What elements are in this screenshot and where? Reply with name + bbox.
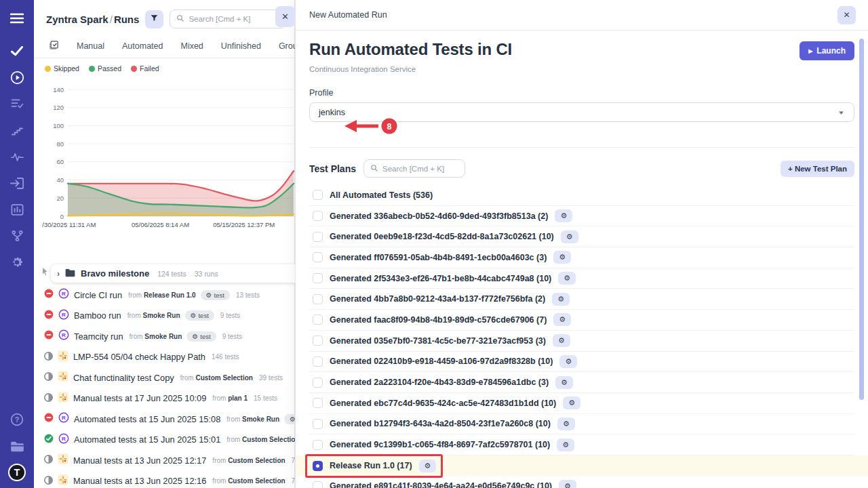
test-plans-search[interactable]	[363, 159, 465, 178]
drawer-close-left-button[interactable]: ✕	[275, 6, 295, 27]
plan-checkbox[interactable]	[313, 314, 323, 325]
runs-search[interactable]	[170, 9, 286, 28]
test-plan-row[interactable]: Generated 336abecb-0b52-4d60-9ded-493f3f…	[309, 206, 854, 227]
group-row-bravo-milestone[interactable]: › Bravo milestone 124 tests 33 runs	[51, 264, 295, 283]
filter-button[interactable]	[145, 10, 163, 28]
drawer-header-title: New Automated Run	[309, 10, 387, 20]
git-branch-icon[interactable]	[8, 227, 26, 245]
plan-checkbox[interactable]	[313, 419, 323, 429]
plan-settings-button[interactable]: ⚙	[552, 293, 570, 306]
plan-checkbox[interactable]	[313, 190, 323, 200]
test-plan-row[interactable]: Generated 0eeb9e18-f23d-4cd5-82dd-8a1a73…	[309, 226, 854, 247]
run-row[interactable]: RAutomated tests at 15 Jun 2025 15:08fro…	[34, 409, 295, 430]
search-icon	[370, 163, 378, 175]
plan-settings-button[interactable]: ⚙	[553, 251, 571, 264]
new-test-plan-button[interactable]: + New Test Plan	[781, 161, 854, 177]
plan-checkbox[interactable]	[313, 336, 323, 346]
drawer-scrollbar[interactable]	[859, 39, 864, 400]
plan-settings-button[interactable]: ⚙	[419, 460, 437, 472]
test-plan-row[interactable]: Generated 035e7bf0-7381-4c5c-be77-321e73…	[309, 331, 854, 352]
play-circle-icon[interactable]	[8, 68, 26, 86]
plan-label: Generated 336abecb-0b52-4d60-9ded-493f3f…	[330, 211, 548, 221]
gear-icon[interactable]	[8, 253, 26, 271]
plan-checkbox[interactable]	[313, 357, 323, 367]
profile-select[interactable]: jenkins ▼	[309, 102, 854, 122]
plan-checkbox[interactable]	[313, 294, 323, 304]
plan-checkbox[interactable]	[313, 232, 323, 242]
test-plan-row[interactable]: Generated b12794f3-643a-4a2d-8504-23f1e7…	[309, 414, 854, 435]
run-row[interactable]: Manual tests at 13 Jun 2025 12:17from Cu…	[34, 450, 295, 471]
runs-search-input[interactable]	[189, 15, 279, 23]
plan-settings-button[interactable]: ⚙	[555, 209, 572, 222]
activity-icon[interactable]	[8, 148, 26, 165]
test-plan-row[interactable]: Generated 4bb7a8b0-9212-43a4-b137-f772fe…	[309, 289, 854, 310]
run-row[interactable]: RTeamcity runfrom Smoke Run⚙test9 tests	[34, 326, 295, 347]
plan-checkbox-checked[interactable]	[313, 461, 323, 471]
checked-box-icon[interactable]	[49, 40, 59, 58]
tab-automated[interactable]: Automated	[122, 41, 163, 58]
run-row[interactable]: Manual tests at 17 Jun 2025 10:09from pl…	[34, 388, 295, 409]
test-config-badge[interactable]: ⚙test	[186, 331, 216, 342]
plan-checkbox[interactable]	[313, 398, 323, 408]
plan-settings-button[interactable]: ⚙	[555, 376, 573, 389]
launch-button[interactable]: ▶ Launch	[800, 41, 854, 60]
run-tabs: ManualAutomatedMixedUnfinishedGroups	[34, 34, 294, 58]
steps-icon[interactable]	[8, 121, 26, 139]
test-plan-row[interactable]: Generated ff076591-05ab-4b4b-8491-1ecb00…	[309, 247, 854, 268]
run-row[interactable]: Manual tests at 13 Jun 2025 12:16from Cu…	[34, 471, 295, 488]
tab-unfinished[interactable]: Unfinished	[221, 41, 261, 58]
run-row[interactable]: LMP-554 05/04 check Happy Path146 tests	[34, 347, 295, 368]
bar-chart-icon[interactable]	[8, 201, 26, 218]
test-plans-search-input[interactable]	[382, 165, 458, 173]
close-icon: ✕	[281, 12, 289, 22]
plan-checkbox[interactable]	[313, 481, 323, 488]
test-plan-row[interactable]: All Automated Tests (536)	[309, 185, 854, 206]
menu-icon[interactable]	[8, 9, 26, 27]
plan-checkbox[interactable]	[313, 440, 323, 450]
plan-settings-button[interactable]: ⚙	[559, 480, 576, 488]
plan-settings-button[interactable]: ⚙	[563, 396, 580, 409]
test-plan-row[interactable]: Release Run 1.0 (17)⚙	[296, 455, 868, 476]
run-row[interactable]: RAutomated tests at 15 Jun 2025 15:01fro…	[34, 430, 295, 451]
check-icon[interactable]	[8, 42, 26, 60]
plan-checkbox[interactable]	[313, 211, 323, 221]
plan-settings-button[interactable]: ⚙	[558, 272, 576, 285]
page-subtitle: Continuous Integration Service	[309, 65, 854, 73]
test-plan-row[interactable]: Generated faac8f09-94b8-4b19-89d9-c576cd…	[309, 310, 854, 331]
test-plan-row[interactable]: Generated 2f5343e3-ef26-47b1-be8b-44cabc…	[309, 268, 854, 289]
test-plan-row[interactable]: Generated 2a223104-f20e-4b43-83d9-e78459…	[309, 372, 854, 393]
plan-settings-button[interactable]: ⚙	[553, 334, 570, 347]
test-plan-row[interactable]: Generated ebc77c4d-9635-424c-ac5e-427483…	[309, 393, 854, 414]
folder-icon[interactable]	[8, 437, 26, 455]
test-plan-row[interactable]: Generated e891c41f-8039-4e64-aa24-e0d56e…	[309, 476, 854, 488]
run-row[interactable]: RCircle CI runfrom Release Run 1.0⚙test1…	[34, 285, 295, 306]
plan-checkbox[interactable]	[313, 273, 323, 283]
chevron-right-icon[interactable]: ›	[57, 268, 60, 279]
brand-logo[interactable]: T	[8, 464, 26, 481]
plan-settings-button[interactable]: ⚙	[557, 439, 574, 451]
plan-settings-button[interactable]: ⚙	[561, 230, 578, 243]
plan-settings-button[interactable]: ⚙	[553, 313, 571, 326]
breadcrumb-project[interactable]: Zyntra Spark	[46, 14, 108, 25]
plan-settings-button[interactable]: ⚙	[557, 418, 575, 430]
test-plan-row[interactable]: Generated 9c1399b1-c065-4f84-8697-7af2c5…	[309, 434, 854, 455]
test-plans-list: All Automated Tests (536)Generated 336ab…	[309, 185, 854, 488]
tab-manual[interactable]: Manual	[77, 41, 104, 58]
plan-checkbox[interactable]	[313, 378, 323, 388]
sign-in-icon[interactable]	[8, 174, 26, 192]
tab-mixed[interactable]: Mixed	[180, 41, 203, 58]
help-icon[interactable]: ?	[8, 411, 26, 428]
test-config-badge[interactable]: ⚙test	[284, 414, 295, 424]
test-plan-row[interactable]: Generated 022410b9-e918-4459-a106-97d2a9…	[309, 352, 854, 373]
test-config-badge[interactable]: ⚙test	[201, 290, 230, 300]
test-config-badge[interactable]: ⚙test	[185, 310, 214, 321]
legend-item-failed: Failed	[131, 64, 159, 73]
breadcrumb[interactable]: Zyntra Spark/Runs	[46, 14, 139, 25]
run-row[interactable]: RBamboo runfrom Smoke Run⚙test9 tests	[34, 306, 295, 327]
drawer-close-button[interactable]: ✕	[837, 6, 856, 24]
run-row[interactable]: Chat functinality test Copyfrom Custom S…	[34, 367, 295, 388]
plan-checkbox[interactable]	[313, 252, 323, 262]
svg-text:R: R	[62, 332, 66, 338]
plan-settings-button[interactable]: ⚙	[559, 355, 577, 368]
list-check-icon[interactable]	[8, 95, 26, 113]
